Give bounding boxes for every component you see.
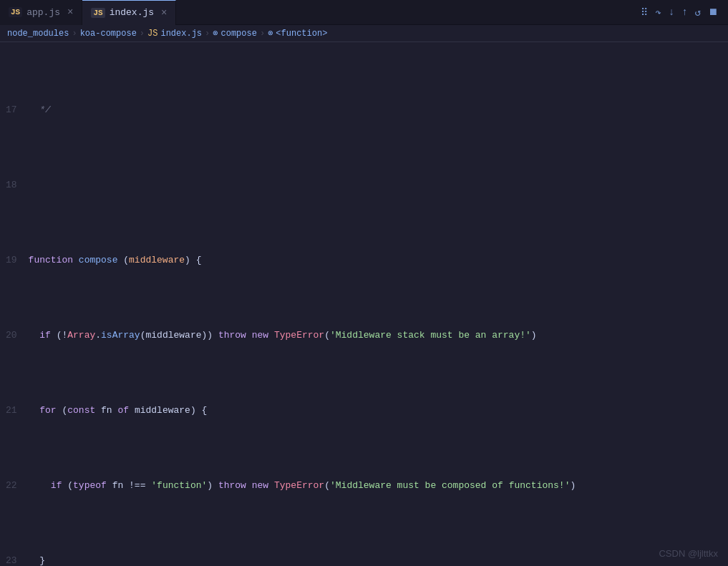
code-text: (middleware)) bbox=[140, 328, 218, 343]
code-text: ( bbox=[62, 478, 73, 493]
js-icon: JS bbox=[91, 8, 105, 18]
code-text: of bbox=[117, 403, 129, 418]
code-text: ( bbox=[117, 253, 129, 268]
debug-stop-icon[interactable]: ⏹ bbox=[708, 6, 718, 18]
tab-app-js[interactable]: JS app.js × bbox=[0, 0, 82, 25]
breadcrumb-sep-1: › bbox=[72, 29, 77, 39]
code-line-22: 22 if ( typeof fn !== 'function' ) throw… bbox=[6, 478, 728, 493]
code-text: if bbox=[39, 328, 51, 343]
code-text: 'function' bbox=[151, 478, 207, 493]
code-text: ( bbox=[324, 328, 330, 343]
code-text: ) bbox=[570, 478, 576, 493]
debug-restart-icon[interactable]: ↺ bbox=[695, 6, 701, 19]
line-number: 19 bbox=[6, 253, 29, 268]
code-text: new bbox=[252, 478, 268, 493]
code-content: 17 */ 18 19 function compose ( middlewar… bbox=[0, 42, 728, 566]
code-line-23: 23 } bbox=[6, 553, 728, 566]
js-icon: JS bbox=[9, 7, 22, 17]
code-text: typeof bbox=[73, 478, 107, 493]
breadcrumb: node_modules › koa-compose › JS index.js… bbox=[0, 25, 728, 42]
code-line-20: 20 if (! Array . isArray (middleware)) t… bbox=[6, 328, 728, 343]
code-area: 17 */ 18 19 function compose ( middlewar… bbox=[0, 42, 728, 566]
code-text: const bbox=[67, 403, 95, 418]
code-text: Array bbox=[67, 328, 95, 343]
code-text: ) bbox=[207, 478, 218, 493]
code-text: compose bbox=[79, 253, 118, 268]
code-text: for bbox=[39, 403, 56, 418]
breadcrumb-node-modules[interactable]: node_modules bbox=[7, 29, 69, 39]
code-line-18: 18 bbox=[6, 177, 728, 192]
watermark: CSDN @ljlttkx bbox=[659, 548, 718, 559]
code-text bbox=[246, 478, 252, 493]
code-text: middleware bbox=[129, 253, 185, 268]
breadcrumb-compose[interactable]: compose bbox=[221, 29, 257, 39]
code-text: } bbox=[29, 553, 45, 566]
breadcrumb-function[interactable]: <function> bbox=[276, 29, 327, 39]
code-text: throw bbox=[218, 478, 246, 493]
code-text bbox=[29, 328, 40, 343]
breadcrumb-compose-fn: ⊗ bbox=[213, 28, 218, 39]
code-line-21: 21 for ( const fn of middleware) { bbox=[6, 403, 728, 418]
line-number: 20 bbox=[6, 328, 29, 343]
code-line-17: 17 */ bbox=[6, 102, 728, 117]
tab-bar: JS app.js × JS index.js × ⠿ ↷ ↓ ↑ ↺ ⏹ bbox=[0, 0, 728, 25]
tab-close-icon[interactable]: × bbox=[67, 6, 73, 18]
code-text bbox=[73, 253, 79, 268]
code-text: ) { bbox=[185, 253, 201, 268]
debug-step-over-icon[interactable]: ↷ bbox=[655, 6, 661, 19]
code-text: isArray bbox=[101, 328, 140, 343]
tab-label: app.js bbox=[26, 7, 60, 18]
code-text: 'Middleware stack must be an array!' bbox=[330, 328, 531, 343]
code-text: ( bbox=[57, 403, 68, 418]
code-text: throw bbox=[218, 328, 246, 343]
tab-index-js[interactable]: JS index.js × bbox=[82, 0, 176, 25]
code-text bbox=[268, 478, 274, 493]
code-text: ) bbox=[531, 328, 537, 343]
debug-step-into-icon[interactable]: ↓ bbox=[669, 6, 674, 18]
code-text: fn !== bbox=[107, 478, 151, 493]
breadcrumb-sep-3: › bbox=[205, 29, 210, 39]
code-text: TypeError bbox=[274, 328, 324, 343]
code-text: ( bbox=[324, 478, 330, 493]
code-text bbox=[268, 328, 274, 343]
tab-close-icon[interactable]: × bbox=[161, 7, 167, 19]
code-text: middleware) { bbox=[129, 403, 207, 418]
line-number: 18 bbox=[6, 177, 29, 192]
code-text: TypeError bbox=[274, 478, 324, 493]
code-text: (! bbox=[51, 328, 67, 343]
debug-step-out-icon[interactable]: ↑ bbox=[681, 6, 687, 18]
code-text: . bbox=[95, 328, 101, 343]
tab-label: index.js bbox=[110, 7, 154, 18]
code-text: new bbox=[252, 328, 268, 343]
line-number: 23 bbox=[6, 553, 29, 566]
breadcrumb-function-icon: ⊗ bbox=[268, 28, 273, 39]
line-number: 22 bbox=[6, 478, 29, 493]
line-number: 17 bbox=[6, 102, 29, 117]
code-text: 'Middleware must be composed of function… bbox=[330, 478, 570, 493]
code-text: */ bbox=[29, 102, 51, 117]
code-text bbox=[246, 328, 252, 343]
code-text bbox=[29, 403, 40, 418]
line-number: 21 bbox=[6, 403, 29, 418]
code-text: if bbox=[51, 478, 62, 493]
breadcrumb-koa-compose[interactable]: koa-compose bbox=[80, 29, 137, 39]
breadcrumb-js-icon: JS bbox=[147, 29, 157, 39]
breadcrumb-sep-2: › bbox=[140, 29, 145, 39]
code-text bbox=[29, 478, 51, 493]
breadcrumb-sep-4: › bbox=[260, 29, 265, 39]
code-line-19: 19 function compose ( middleware ) { bbox=[6, 253, 728, 268]
breadcrumb-index-js[interactable]: index.js bbox=[160, 29, 202, 39]
debug-continue-icon[interactable]: ⠿ bbox=[641, 6, 648, 19]
code-text: fn bbox=[95, 403, 117, 418]
code-text: function bbox=[29, 253, 73, 268]
toolbar-icons: ⠿ ↷ ↓ ↑ ↺ ⏹ bbox=[641, 6, 728, 19]
